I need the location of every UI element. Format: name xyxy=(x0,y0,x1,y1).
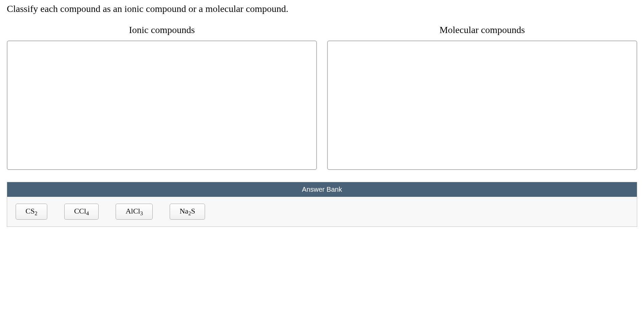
molecular-drop-zone[interactable] xyxy=(327,41,637,170)
compound-base: CS xyxy=(26,207,35,215)
answer-bank-header: Answer Bank xyxy=(7,182,637,197)
ionic-drop-zone[interactable] xyxy=(7,41,317,170)
ionic-zone-title: Ionic compounds xyxy=(7,25,317,35)
compound-chip-ccl4[interactable]: CCl4 xyxy=(64,204,99,220)
question-prompt: Classify each compound as an ionic compo… xyxy=(7,3,637,14)
ionic-zone-wrapper: Ionic compounds xyxy=(7,25,317,170)
compound-sub: 2 xyxy=(188,210,191,216)
compound-chip-na2s[interactable]: Na2S xyxy=(170,204,205,220)
compound-base-pre: Na xyxy=(180,207,188,215)
compound-base-post: S xyxy=(191,207,195,215)
molecular-zone-title: Molecular compounds xyxy=(327,25,637,35)
compound-sub: 2 xyxy=(35,210,37,216)
molecular-zone-wrapper: Molecular compounds xyxy=(327,25,637,170)
answer-bank: Answer Bank CS2 CCl4 AlCl3 Na2S xyxy=(7,182,637,227)
compound-base: AlCl xyxy=(125,207,140,215)
compound-chip-alcl3[interactable]: AlCl3 xyxy=(116,204,153,220)
compound-sub: 4 xyxy=(86,210,89,216)
drop-zones-container: Ionic compounds Molecular compounds xyxy=(7,25,637,170)
compound-chip-cs2[interactable]: CS2 xyxy=(16,204,47,220)
answer-bank-items: CS2 CCl4 AlCl3 Na2S xyxy=(7,197,637,226)
compound-sub: 3 xyxy=(140,210,143,216)
compound-base: CCl xyxy=(74,207,86,215)
